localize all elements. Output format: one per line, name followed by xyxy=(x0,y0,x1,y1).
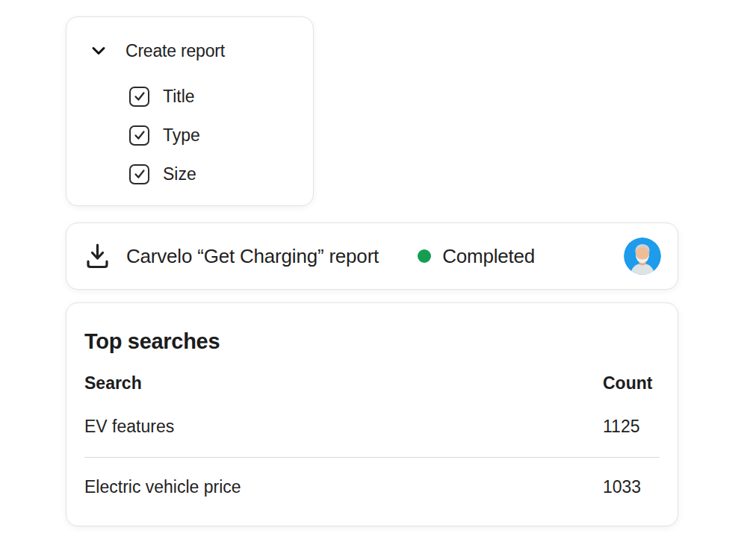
report-download-card[interactable]: Carvelo “Get Charging” report Completed xyxy=(66,223,678,290)
status-badge: Completed xyxy=(418,245,535,268)
option-row-type: Type xyxy=(66,116,313,155)
search-cell: Electric vehicle price xyxy=(84,476,603,498)
download-icon[interactable] xyxy=(84,242,111,270)
search-cell: EV features xyxy=(84,415,603,438)
checkbox-title[interactable] xyxy=(129,87,149,107)
user-avatar[interactable] xyxy=(624,237,661,275)
column-header-search: Search xyxy=(84,372,603,394)
report-title: Carvelo “Get Charging” report xyxy=(126,245,379,268)
chevron-down-icon[interactable] xyxy=(89,41,108,60)
status-dot-icon xyxy=(418,249,431,263)
table-header-row: Search Count xyxy=(84,372,660,394)
checkbox-label-size: Size xyxy=(163,164,196,184)
status-label: Completed xyxy=(442,245,535,268)
table-row: Electric vehicle price 1033 xyxy=(84,476,660,498)
checkbox-type[interactable] xyxy=(129,125,149,146)
row-divider xyxy=(84,457,660,458)
column-header-count: Count xyxy=(603,372,660,394)
report-options-list: Title Type Size xyxy=(66,77,313,193)
top-searches-title: Top searches xyxy=(84,329,660,354)
create-report-header[interactable]: Create report xyxy=(89,40,313,62)
checkmark-icon xyxy=(132,89,147,104)
create-report-label: Create report xyxy=(125,41,225,61)
checkbox-size[interactable] xyxy=(129,164,149,184)
checkmark-icon xyxy=(132,128,147,143)
checkbox-label-title: Title xyxy=(163,87,195,107)
table-row: EV features 1125 xyxy=(84,415,660,438)
count-cell: 1033 xyxy=(603,476,660,498)
option-row-size: Size xyxy=(66,155,313,193)
checkmark-icon xyxy=(132,167,147,181)
create-report-panel: Create report Title Type xyxy=(66,16,314,206)
checkbox-label-type: Type xyxy=(163,125,200,146)
count-cell: 1125 xyxy=(603,415,660,438)
option-row-title: Title xyxy=(66,77,313,116)
top-searches-card: Top searches Search Count EV features 11… xyxy=(66,302,678,526)
